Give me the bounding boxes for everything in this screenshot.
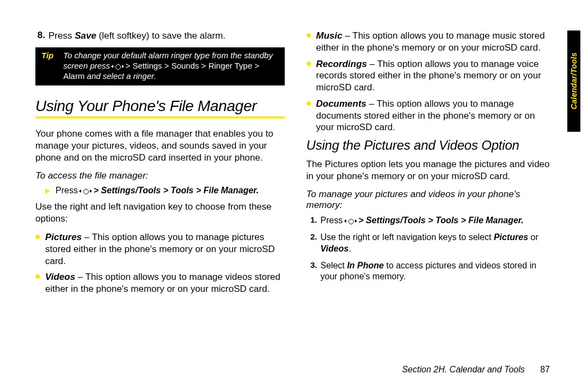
page-number: 87: [540, 365, 550, 374]
step-text: Press > Settings/Tools > Tools > File Ma…: [321, 215, 556, 226]
list-item: Recordings – This option allows you to m…: [307, 58, 556, 94]
section-heading: Using Your Phone's File Manager: [35, 97, 285, 115]
left-column: 8. Press Save (left softkey) to save the…: [35, 30, 285, 299]
tip-label: Tip: [41, 51, 53, 81]
list-item: Pictures – This option allows you to man…: [35, 231, 285, 267]
list-item: Music – This option allows you to manage…: [307, 30, 556, 54]
page-footer: Section 2H. Calendar and Tools 87: [402, 365, 550, 375]
list-item: Videos – This option allows you to manag…: [35, 271, 285, 295]
step-text: Press Save (left softkey) to save the al…: [48, 30, 285, 42]
step-text: Use the right or left navigation keys to…: [321, 232, 556, 255]
manage-lead: To manage your pictures and videos in yo…: [307, 189, 556, 211]
nav-key-icon: [345, 217, 356, 225]
nav-instruction: Use the right and left navigation key to…: [35, 201, 285, 225]
list-text: Recordings – This option allows you to m…: [316, 58, 556, 94]
subsection-intro: The Pictures option lets you manage the …: [307, 158, 556, 182]
nav-key-icon: [112, 63, 123, 70]
step-number: 8.: [35, 30, 45, 42]
bullet-dot-icon: [35, 235, 40, 239]
bullet-dot-icon: [35, 274, 40, 279]
bullet-dot-icon: [307, 62, 311, 66]
side-tab-label: Calendar/Tools: [567, 30, 580, 132]
list-text: Music – This option allows you to manage…: [316, 30, 556, 54]
list-text: Pictures – This option allows you to man…: [45, 231, 285, 267]
nav-key-icon: [80, 187, 91, 195]
right-column: Music – This option allows you to manage…: [307, 30, 556, 299]
option-list-left: Pictures – This option allows you to man…: [35, 231, 285, 295]
tip-body: To change your default alarm ringer type…: [63, 51, 278, 81]
list-text: Documents – This option allows you to ma…: [316, 98, 556, 133]
step-number: 3.: [309, 260, 317, 283]
list-item: Documents – This option allows you to ma…: [307, 98, 556, 133]
option-list-right: Music – This option allows you to manage…: [307, 30, 556, 133]
section-label: Section 2H. Calendar and Tools: [402, 365, 524, 374]
step-text: Select In Phone to access pictures and v…: [321, 260, 556, 283]
heading-rule: [35, 117, 285, 118]
step-8: 8. Press Save (left softkey) to save the…: [35, 30, 285, 42]
intro-paragraph: Your phone comes with a file manager tha…: [35, 128, 285, 164]
arrow-step: Press > Settings/Tools > Tools > File Ma…: [45, 186, 285, 195]
list-text: Videos – This option allows you to manag…: [45, 271, 285, 295]
page: 8. Press Save (left softkey) to save the…: [0, 0, 588, 316]
step-1: 1. Press > Settings/Tools > Tools > File…: [309, 215, 556, 226]
bullet-dot-icon: [307, 101, 311, 106]
tip-box: Tip To change your default alarm ringer …: [35, 47, 285, 85]
step-2: 2. Use the right or left navigation keys…: [309, 232, 556, 255]
side-tab: Calendar/Tools: [567, 30, 580, 132]
step-3: 3. Select In Phone to access pictures an…: [309, 260, 556, 283]
step-number: 2.: [309, 232, 317, 255]
arrow-icon: [45, 188, 50, 194]
arrow-text: Press > Settings/Tools > Tools > File Ma…: [56, 186, 285, 195]
access-lead: To access the file manager:: [35, 170, 285, 181]
bullet-dot-icon: [307, 33, 311, 38]
subsection-heading: Using the Pictures and Videos Option: [307, 138, 556, 153]
step-number: 1.: [309, 215, 317, 226]
